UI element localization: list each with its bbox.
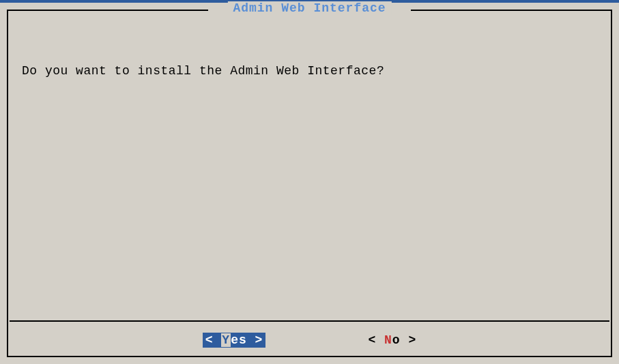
dialog-title: Admin Web Interface	[227, 1, 391, 15]
dialog-question: Do you want to install the Admin Web Int…	[22, 64, 597, 78]
yes-hotkey: Y	[221, 333, 231, 347]
bracket-left: <	[368, 333, 384, 347]
button-row: < Yes > < No >	[8, 333, 611, 348]
content-area: Do you want to install the Admin Web Int…	[22, 37, 597, 323]
yes-rest: es	[231, 333, 247, 347]
bracket-left: <	[205, 333, 222, 347]
bracket-right: >	[247, 333, 263, 347]
separator-line	[10, 320, 609, 322]
no-rest: o	[392, 333, 401, 347]
dialog-container: Admin Web Interface Do you want to insta…	[7, 3, 612, 357]
dialog-frame: Do you want to install the Admin Web Int…	[7, 10, 612, 357]
yes-button[interactable]: < Yes >	[203, 333, 266, 348]
no-hotkey: N	[384, 333, 392, 347]
no-button[interactable]: < No >	[368, 333, 416, 347]
bracket-right: >	[401, 333, 417, 347]
